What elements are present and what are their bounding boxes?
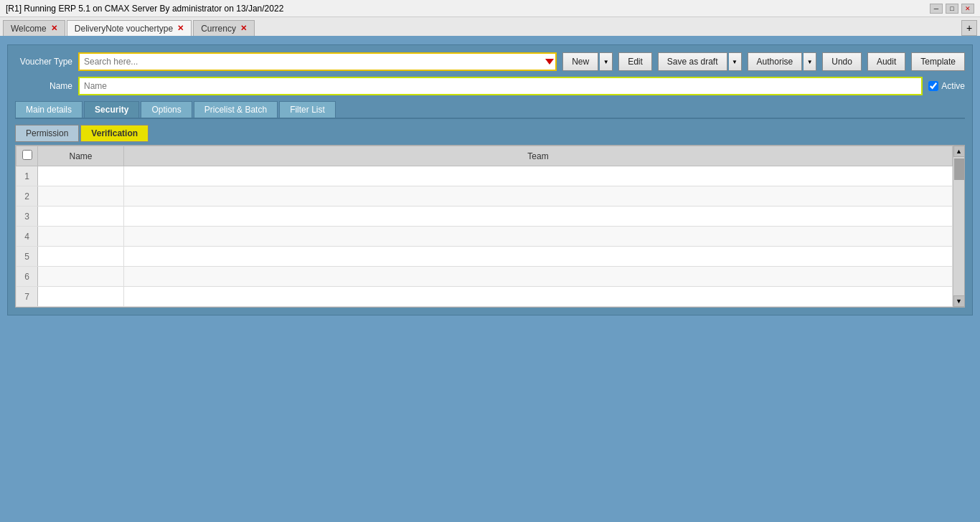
voucher-search-container <box>78 52 557 71</box>
active-label: Active <box>941 81 965 91</box>
maximize-button[interactable]: □ <box>946 4 958 14</box>
name-label: Name <box>15 81 72 91</box>
voucher-search-input[interactable] <box>78 52 557 71</box>
active-checkbox[interactable] <box>928 81 938 91</box>
row-num: 3 <box>17 207 38 227</box>
row-team-cell[interactable] <box>124 267 953 287</box>
scroll-up-arrow[interactable]: ▲ <box>953 146 965 157</box>
new-dropdown-arrow[interactable]: ▼ <box>600 52 613 71</box>
close-button[interactable]: ✕ <box>961 4 974 14</box>
scroll-thumb[interactable] <box>954 158 964 180</box>
row-name-cell[interactable] <box>38 186 124 207</box>
authorise-button[interactable]: Authorise <box>748 52 803 71</box>
active-container: Active <box>928 81 965 91</box>
table-body: 1 2 3 <box>17 166 964 307</box>
row-team-cell[interactable] <box>124 166 953 186</box>
form-panel: Voucher Type New ▼ Edit Save as draft ▼ … <box>7 44 973 315</box>
col-team: Team <box>124 146 953 166</box>
table-row: 6 <box>17 267 964 287</box>
col-checkbox <box>17 146 38 166</box>
row-name-cell[interactable] <box>38 166 124 186</box>
tab-deliverynote[interactable]: DeliveryNote vouchertype ✕ <box>67 20 192 36</box>
tab-currency-close[interactable]: ✕ <box>240 24 247 33</box>
tab-welcome-label: Welcome <box>11 24 47 34</box>
minimize-button[interactable]: ─ <box>930 4 943 14</box>
inner-tab-verification[interactable]: Verification <box>80 125 149 142</box>
name-row: Name Active <box>15 77 965 95</box>
row-num: 5 <box>17 247 38 267</box>
title-text: [R1] Running ERP 5.1 on CMAX Server By a… <box>6 4 283 14</box>
row-name-cell[interactable] <box>38 207 124 227</box>
window-controls: ─ □ ✕ <box>930 4 974 14</box>
table-row: 7 <box>17 287 964 307</box>
row-name-cell[interactable] <box>38 227 124 247</box>
row-team-cell[interactable] <box>124 186 953 207</box>
row-name-cell[interactable] <box>38 287 124 307</box>
authorise-dropdown-arrow[interactable]: ▼ <box>804 52 816 71</box>
scroll-down-arrow[interactable]: ▼ <box>953 295 965 307</box>
data-table: Name Team 1 2 <box>16 146 964 307</box>
tab-security[interactable]: Security <box>84 101 139 118</box>
tab-main-details[interactable]: Main details <box>15 101 83 118</box>
tab-add-button[interactable]: + <box>961 20 977 36</box>
inner-tabs: Permission Verification <box>15 125 965 142</box>
audit-button[interactable]: Audit <box>867 52 905 71</box>
voucher-type-label: Voucher Type <box>15 57 72 67</box>
template-button[interactable]: Template <box>911 52 965 71</box>
table-row: 5 <box>17 247 964 267</box>
tab-currency[interactable]: Currency ✕ <box>193 20 255 36</box>
row-name-cell[interactable] <box>38 247 124 267</box>
tab-bar: Welcome ✕ DeliveryNote vouchertype ✕ Cur… <box>0 17 980 37</box>
inner-tab-permission[interactable]: Permission <box>15 125 79 142</box>
row-num: 6 <box>17 267 38 287</box>
table-row: 1 <box>17 166 964 186</box>
tab-deliverynote-close[interactable]: ✕ <box>177 24 184 33</box>
table-row: 2 <box>17 186 964 207</box>
col-name: Name <box>38 146 124 166</box>
edit-button[interactable]: Edit <box>618 52 652 71</box>
voucher-type-row: Voucher Type New ▼ Edit Save as draft ▼ … <box>15 52 965 71</box>
select-all-checkbox[interactable] <box>22 150 32 160</box>
tab-pricelist-batch[interactable]: Pricelist & Batch <box>194 101 278 118</box>
row-num: 1 <box>17 166 38 186</box>
toolbar-save-group: Save as draft ▼ <box>658 52 742 71</box>
table-wrapper: Name Team 1 2 <box>15 145 965 308</box>
save-dropdown-arrow[interactable]: ▼ <box>729 52 742 71</box>
undo-button[interactable]: Undo <box>822 52 862 71</box>
new-button[interactable]: New <box>562 52 598 71</box>
row-team-cell[interactable] <box>124 227 953 247</box>
row-name-cell[interactable] <box>38 267 124 287</box>
row-num: 2 <box>17 186 38 207</box>
name-input[interactable] <box>78 77 923 95</box>
tab-welcome[interactable]: Welcome ✕ <box>3 20 65 36</box>
title-bar: [R1] Running ERP 5.1 on CMAX Server By a… <box>0 0 980 17</box>
vertical-scrollbar[interactable]: ▲ ▼ <box>953 146 964 307</box>
row-num: 4 <box>17 227 38 247</box>
row-team-cell[interactable] <box>124 247 953 267</box>
toolbar-authorise-group: Authorise ▼ <box>748 52 817 71</box>
table-container: Name Team 1 2 <box>15 145 965 308</box>
tab-welcome-close[interactable]: ✕ <box>51 24 57 33</box>
voucher-dropdown-icon[interactable] <box>545 59 554 65</box>
table-row: 3 <box>17 207 964 227</box>
nav-tabs: Main details Security Options Pricelist … <box>15 101 965 119</box>
tab-options[interactable]: Options <box>141 101 192 118</box>
toolbar-new-group: New ▼ <box>562 52 613 71</box>
row-num: 7 <box>17 287 38 307</box>
main-area: Voucher Type New ▼ Edit Save as draft ▼ … <box>0 37 980 323</box>
row-team-cell[interactable] <box>124 287 953 307</box>
table-row: 4 <box>17 227 964 247</box>
tab-filter-list[interactable]: Filter List <box>279 101 336 118</box>
tab-currency-label: Currency <box>201 24 236 34</box>
save-as-draft-button[interactable]: Save as draft <box>658 52 727 71</box>
row-team-cell[interactable] <box>124 207 953 227</box>
tab-deliverynote-label: DeliveryNote vouchertype <box>75 24 173 34</box>
